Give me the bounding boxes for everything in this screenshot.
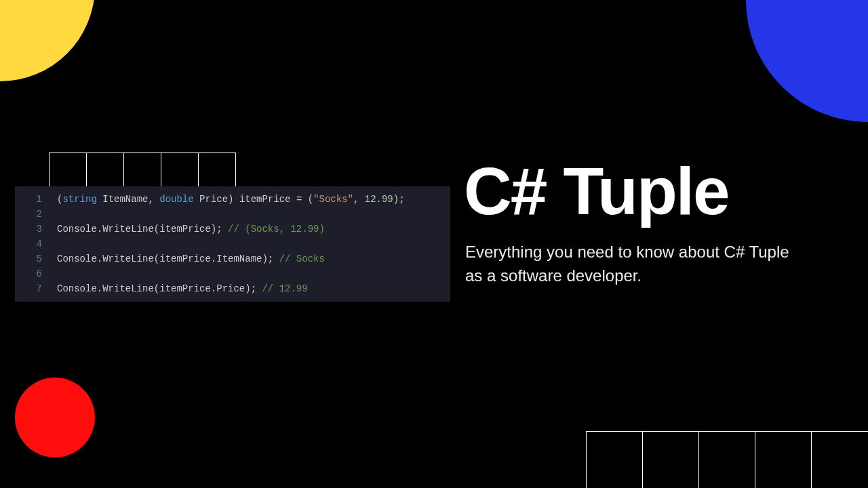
grid-cell [161,152,199,190]
code-content [57,237,62,251]
code-line: 6 [15,266,450,281]
code-line: 7Console.WriteLine(itemPrice.Price); // … [15,281,450,296]
code-block: 1(string ItemName, double Price) itemPri… [15,186,450,302]
red-circle-decor [15,378,95,458]
code-line: 3Console.WriteLine(itemPrice); // (Socks… [15,222,450,237]
grid-bottom-decor [587,431,868,488]
code-line: 4 [15,237,450,251]
grid-cell [123,152,161,190]
line-number: 3 [15,222,57,237]
grid-cell [698,431,755,488]
grid-cell [198,152,236,190]
code-content [57,207,62,222]
code-content: Console.WriteLine(itemPrice.Price); // 1… [57,281,308,296]
code-content: Console.WriteLine(itemPrice.ItemName); /… [57,251,325,266]
grid-cell [586,431,643,488]
blue-quarter-decor [746,0,868,122]
code-content: Console.WriteLine(itemPrice); // (Socks,… [57,222,325,237]
code-line: 2 [15,207,450,222]
grid-cell [86,152,124,190]
grid-cell [49,152,87,190]
code-content [57,266,62,281]
page-title: C# Tuple [464,158,729,224]
grid-cell [755,431,812,488]
code-line: 5Console.WriteLine(itemPrice.ItemName); … [15,251,450,266]
code-content: (string ItemName, double Price) itemPric… [57,192,405,207]
line-number: 6 [15,266,57,281]
line-number: 4 [15,237,57,251]
grid-top-decor [49,152,236,190]
grid-cell [811,431,868,488]
line-number: 7 [15,281,57,296]
line-number: 5 [15,251,57,266]
line-number: 2 [15,207,57,222]
grid-cell [642,431,699,488]
yellow-circle-decor [0,0,95,81]
line-number: 1 [15,192,57,207]
page-subtitle: Everything you need to know about C# Tup… [465,241,804,288]
code-line: 1(string ItemName, double Price) itemPri… [15,192,450,207]
